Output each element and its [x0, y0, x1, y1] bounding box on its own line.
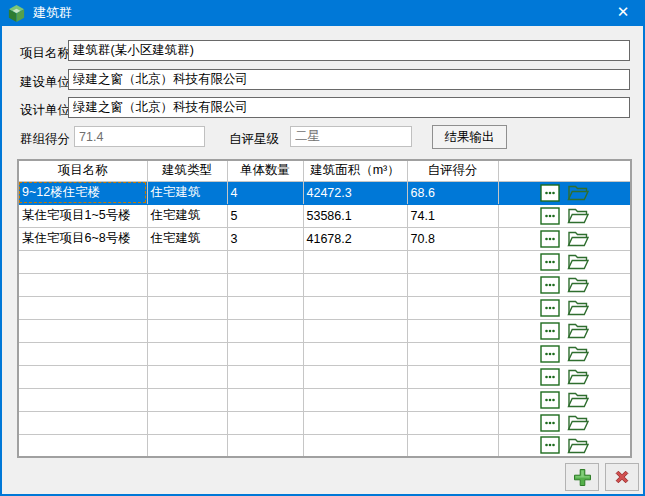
- table-row[interactable]: 9~12楼住宅楼 住宅建筑 4 42472.3 68.6: [18, 181, 631, 204]
- row-open-button[interactable]: [567, 253, 589, 270]
- cell-unit-count: [227, 365, 303, 388]
- row-open-button[interactable]: [567, 368, 589, 385]
- ellipsis-icon: [540, 322, 560, 340]
- col-header-self-score: 自评得分: [407, 160, 498, 181]
- add-row-button[interactable]: [565, 463, 599, 491]
- ellipsis-icon: [540, 391, 560, 409]
- table-row[interactable]: [18, 273, 631, 296]
- cell-self-score: 68.6: [407, 181, 498, 204]
- row-detail-button[interactable]: [540, 322, 560, 340]
- cell-floor-area: 53586.1: [303, 204, 407, 227]
- row-detail-button[interactable]: [540, 230, 560, 248]
- building-table: 项目名称 建筑类型 单体数量 建筑面积（m³） 自评得分 9~12楼住宅楼 住宅…: [17, 159, 632, 458]
- row-open-button[interactable]: [567, 184, 589, 201]
- table-row[interactable]: [18, 250, 631, 273]
- row-detail-button[interactable]: [540, 276, 560, 294]
- row-detail-button[interactable]: [540, 436, 560, 454]
- cell-project-name: [18, 273, 147, 296]
- cell-project-name: [18, 434, 147, 457]
- window-title: 建筑群: [33, 4, 72, 22]
- design-unit-input[interactable]: [68, 97, 630, 118]
- row-detail-button[interactable]: [540, 391, 560, 409]
- cell-floor-area: [303, 296, 407, 319]
- row-detail-button[interactable]: [540, 299, 560, 317]
- cell-building-type: [147, 319, 227, 342]
- cell-building-type: [147, 434, 227, 457]
- ellipsis-icon: [540, 414, 560, 432]
- cell-unit-count: [227, 388, 303, 411]
- table-row[interactable]: 某住宅项目6~8号楼 住宅建筑 3 41678.2 70.8: [18, 227, 631, 250]
- cell-actions: [498, 342, 631, 365]
- cell-actions: [498, 250, 631, 273]
- row-detail-button[interactable]: [540, 414, 560, 432]
- row-detail-button[interactable]: [540, 345, 560, 363]
- cell-building-type: [147, 365, 227, 388]
- cell-unit-count: [227, 250, 303, 273]
- delete-row-button[interactable]: [605, 463, 639, 491]
- cell-building-type: 住宅建筑: [147, 181, 227, 204]
- cell-actions: [498, 227, 631, 250]
- cell-self-score: [407, 411, 498, 434]
- table-row[interactable]: [18, 388, 631, 411]
- project-name-input[interactable]: [68, 40, 630, 61]
- cell-actions: [498, 273, 631, 296]
- table-row[interactable]: [18, 319, 631, 342]
- col-header-unit-count: 单体数量: [227, 160, 303, 181]
- row-open-button[interactable]: [567, 230, 589, 247]
- row-open-button[interactable]: [567, 414, 589, 431]
- row-detail-button[interactable]: [540, 253, 560, 271]
- row-open-button[interactable]: [567, 322, 589, 339]
- table-row[interactable]: [18, 434, 631, 457]
- cell-building-type: [147, 296, 227, 319]
- building-table-body: 9~12楼住宅楼 住宅建筑 4 42472.3 68.6: [18, 181, 631, 457]
- cell-unit-count: [227, 296, 303, 319]
- building-group-dialog: 建筑群 ✕ 项目名称 建设单位 设计单位 群组得分 自评星级 结果输出 项目名称…: [0, 0, 645, 496]
- table-row[interactable]: [18, 365, 631, 388]
- folder-open-icon: [567, 368, 589, 385]
- cell-self-score: 70.8: [407, 227, 498, 250]
- close-icon: ✕: [617, 3, 630, 21]
- cell-actions: [498, 319, 631, 342]
- ellipsis-icon: [540, 345, 560, 363]
- cell-self-score: [407, 250, 498, 273]
- construction-unit-input[interactable]: [68, 69, 630, 90]
- plus-icon: [573, 468, 592, 487]
- folder-open-icon: [567, 437, 589, 454]
- cell-project-name: [18, 388, 147, 411]
- cell-self-score: [407, 434, 498, 457]
- table-row[interactable]: [18, 296, 631, 319]
- close-button[interactable]: ✕: [603, 0, 643, 24]
- cell-self-score: [407, 365, 498, 388]
- cell-self-score: [407, 319, 498, 342]
- folder-open-icon: [567, 207, 589, 224]
- ellipsis-icon: [540, 253, 560, 271]
- folder-open-icon: [567, 184, 589, 201]
- row-open-button[interactable]: [567, 299, 589, 316]
- table-row[interactable]: [18, 342, 631, 365]
- cell-project-name: 某住宅项目6~8号楼: [18, 227, 147, 250]
- folder-open-icon: [567, 276, 589, 293]
- export-results-button[interactable]: 结果输出: [432, 125, 507, 149]
- row-open-button[interactable]: [567, 391, 589, 408]
- cell-project-name: [18, 411, 147, 434]
- row-open-button[interactable]: [567, 276, 589, 293]
- ellipsis-icon: [540, 184, 560, 202]
- ellipsis-icon: [540, 436, 560, 454]
- row-detail-button[interactable]: [540, 207, 560, 225]
- cell-self-score: [407, 296, 498, 319]
- row-detail-button[interactable]: [540, 184, 560, 202]
- group-score-input: [74, 126, 205, 147]
- folder-open-icon: [567, 322, 589, 339]
- row-open-button[interactable]: [567, 207, 589, 224]
- cell-actions: [498, 181, 631, 204]
- cell-actions: [498, 365, 631, 388]
- folder-open-icon: [567, 345, 589, 362]
- row-open-button[interactable]: [567, 345, 589, 362]
- row-detail-button[interactable]: [540, 368, 560, 386]
- ellipsis-icon: [540, 276, 560, 294]
- row-open-button[interactable]: [567, 437, 589, 454]
- table-row[interactable]: 某住宅项目1~5号楼 住宅建筑 5 53586.1 74.1: [18, 204, 631, 227]
- cell-project-name: [18, 365, 147, 388]
- table-row[interactable]: [18, 411, 631, 434]
- app-logo-icon: [7, 4, 26, 23]
